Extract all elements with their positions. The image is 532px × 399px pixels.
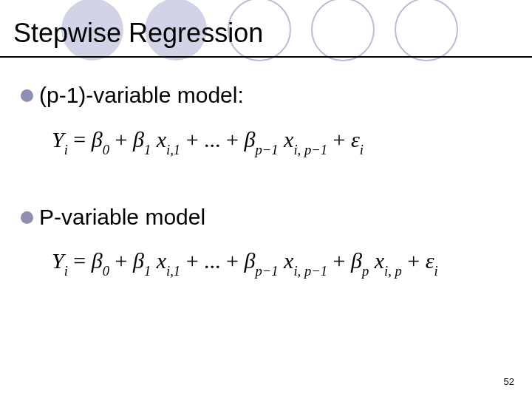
eq2-plus2: + [186,248,199,273]
eq2-plus3: + [226,248,244,273]
eq2-bp: β [351,248,362,273]
eq2-xp-sub: i, p [384,263,402,279]
eq1-xp1-sub: i, p−1 [293,142,327,157]
eq1-b0: β [92,127,103,151]
eq1-Y: Y [52,127,64,151]
eq1-bp1-sub: p−1 [255,142,278,157]
eq1-eps-sub: i [360,142,364,157]
eq2-x1: x [157,248,166,273]
slide-title: Stepwise Regression [13,18,263,49]
eq2-eps: ε [426,248,434,273]
eq1-bp1: β [245,127,256,151]
title-underline [0,56,532,58]
page-number: 52 [504,376,514,387]
eq2-xp1-sub: i, p−1 [293,263,327,279]
eq2-xp: x [375,248,384,273]
eq1-Y-sub: i [64,142,68,157]
bullet-dot-icon [21,89,33,102]
eq2-b0-sub: 0 [103,263,109,279]
eq2-Y-sub: i [64,263,68,279]
eq1-xp1: x [284,127,293,151]
eq2-bp1-sub: p−1 [255,263,278,279]
eq1-plus2: + [186,127,199,151]
eq1-b1: β [133,127,144,151]
bullet-1: (p-1)-variable model: [21,83,244,108]
eq2-b1: β [133,248,144,273]
svg-point-4 [395,0,457,61]
eq1-eps: ε [351,127,360,151]
eq1-plus4: + [333,127,351,151]
eq1-x1-sub: i,1 [166,142,180,157]
eq2-xp1: x [284,248,293,273]
equation-1: Yi = β0 + β1 xi,1 + ... + βp−1 xi, p−1 +… [52,127,364,156]
eq2-bp1: β [245,248,256,273]
slide: Stepwise Regression (p-1)-variable model… [0,0,532,399]
svg-point-3 [312,0,374,61]
bullet-dot-icon [21,211,33,224]
bullet-2: P-variable model [21,205,205,230]
eq2-Y: Y [52,248,64,273]
eq1-equals: = [73,127,91,151]
bullet-1-text: (p-1)-variable model: [39,83,244,108]
eq2-eps-sub: i [434,263,438,279]
eq2-bp-sub: p [362,263,369,279]
bullet-2-text: P-variable model [39,205,205,230]
eq1-plus3: + [226,127,244,151]
eq1-b1-sub: 1 [144,142,151,157]
equation-2: Yi = β0 + β1 xi,1 + ... + βp−1 xi, p−1 +… [52,248,438,277]
eq2-plus5: + [407,248,425,273]
eq1-x1: x [157,127,166,151]
eq2-b0: β [92,248,103,273]
eq2-plus1: + [115,248,128,273]
eq1-plus1: + [115,127,128,151]
eq2-dots: ... [204,248,221,273]
eq2-b1-sub: 1 [144,263,151,279]
eq2-equals: = [73,248,91,273]
eq1-dots: ... [204,127,221,151]
eq2-x1-sub: i,1 [166,263,180,279]
eq2-plus4: + [333,248,351,273]
eq1-b0-sub: 0 [103,142,109,157]
